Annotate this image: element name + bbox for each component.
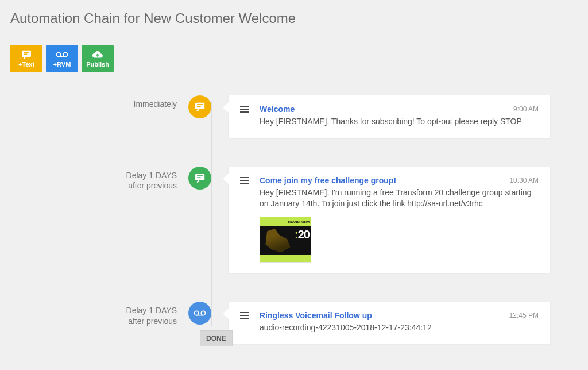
automation-step: Delay 1 DAYS after previous Come join my… bbox=[10, 167, 578, 273]
step-delay-label: Delay 1 DAYS after previous bbox=[10, 167, 188, 192]
step-title-link[interactable]: Welcome bbox=[260, 105, 295, 114]
step-card: Ringless Voicemail Follow up 12:45 PM au… bbox=[229, 302, 550, 344]
step-card: Welcome 9:00 AM Hey [FIRSTNAME], Thanks … bbox=[229, 95, 550, 138]
drag-handle-icon[interactable] bbox=[240, 312, 249, 319]
step-time: 9:00 AM bbox=[513, 105, 539, 113]
step-delay-label: Delay 1 DAYS after previous bbox=[10, 302, 188, 327]
step-node[interactable] bbox=[188, 95, 211, 118]
svg-point-3 bbox=[56, 52, 60, 56]
message-icon bbox=[21, 49, 32, 60]
step-card: Come join my free challenge group! 10:30… bbox=[229, 167, 550, 273]
attachment-thumbnail[interactable]: TRANSFORM :20 bbox=[260, 217, 311, 263]
add-rvm-button[interactable]: +RVM bbox=[46, 45, 78, 72]
step-title-link[interactable]: Ringless Voicemail Follow up bbox=[260, 311, 372, 320]
drag-handle-icon[interactable] bbox=[240, 106, 249, 113]
publish-button[interactable]: Publish bbox=[82, 45, 114, 72]
svg-point-4 bbox=[63, 52, 67, 56]
drag-handle-icon[interactable] bbox=[240, 177, 249, 184]
message-icon bbox=[194, 102, 206, 112]
automation-step: Delay 1 DAYS after previous Ringless Voi… bbox=[10, 302, 578, 344]
toolbar: +Text +RVM Publish bbox=[10, 45, 578, 72]
voicemail-icon bbox=[56, 49, 68, 60]
step-node[interactable] bbox=[188, 167, 211, 190]
add-rvm-label: +RVM bbox=[53, 61, 71, 68]
add-text-label: +Text bbox=[18, 61, 34, 68]
step-body: Hey [FIRSTNAME], Thanks for subscribing!… bbox=[260, 116, 539, 128]
publish-label: Publish bbox=[86, 61, 109, 68]
svg-point-13 bbox=[201, 311, 205, 315]
step-delay-label: Immediately bbox=[10, 95, 188, 110]
message-icon bbox=[194, 173, 206, 183]
add-text-button[interactable]: +Text bbox=[10, 45, 42, 72]
step-body: audio-recording-42231005-2018-12-17-23:4… bbox=[260, 322, 539, 334]
voicemail-icon bbox=[194, 310, 206, 317]
step-body: Hey [FIRSTNAME], I'm running a free Tran… bbox=[260, 187, 539, 210]
step-node[interactable] bbox=[188, 302, 211, 325]
step-time: 12:45 PM bbox=[509, 311, 539, 319]
timeline: Immediately Welcome 9:00 AM Hey [FIRSTNA… bbox=[10, 95, 578, 344]
automation-step: Immediately Welcome 9:00 AM Hey [FIRSTNA… bbox=[10, 95, 578, 138]
done-marker: DONE bbox=[200, 330, 233, 346]
step-time: 10:30 AM bbox=[509, 176, 539, 184]
svg-point-12 bbox=[194, 311, 198, 315]
cloud-upload-icon bbox=[92, 49, 103, 60]
page-title: Automation Chain for New Customer Welcom… bbox=[10, 10, 578, 26]
step-title-link[interactable]: Come join my free challenge group! bbox=[260, 176, 396, 185]
